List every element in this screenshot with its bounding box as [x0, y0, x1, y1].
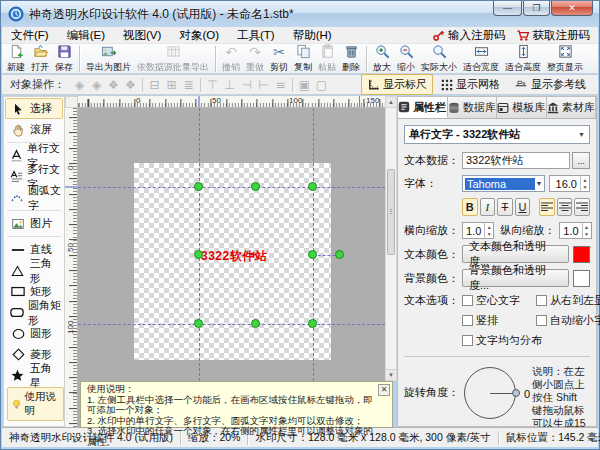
get-register-code-button[interactable]: 获取注册码	[516, 28, 591, 43]
text-color-swatch[interactable]	[573, 246, 590, 263]
browse-button[interactable]: ...	[572, 152, 590, 169]
copy-button[interactable]: 复制	[291, 44, 315, 74]
selection-handle-sw[interactable]	[194, 319, 203, 328]
menu-file[interactable]: 文件(F)	[2, 28, 58, 43]
bg-color-button[interactable]: 背景颜色和透明度...	[462, 269, 569, 287]
checkbox-icon[interactable]	[536, 315, 547, 326]
menu-view[interactable]: 视图(V)	[114, 28, 170, 43]
spinner-arrows-icon[interactable]: ▲▼	[484, 223, 493, 238]
selection-handle-se[interactable]	[308, 319, 317, 328]
new-button[interactable]: 新建	[4, 44, 28, 74]
hscale-spinner[interactable]: 1.0 ▲▼	[462, 222, 494, 239]
selection-handle-nw[interactable]	[194, 182, 203, 191]
show-ruler-toggle[interactable]: 显示标尺	[361, 74, 433, 95]
group-icon: ▣	[296, 78, 313, 92]
text-data-input[interactable]: 3322软件站	[462, 152, 570, 169]
tab-properties[interactable]: 属性栏	[398, 97, 448, 118]
spinner-arrows-icon[interactable]: ▲▼	[582, 223, 591, 238]
tool-image[interactable]: 图片	[5, 213, 63, 234]
templates-icon	[497, 102, 509, 114]
help-close-button[interactable]: ✕	[378, 384, 390, 396]
usage-help-button[interactable]: 使用说明	[7, 387, 64, 421]
selection-handle-s[interactable]	[251, 319, 260, 328]
underline-button[interactable]: U	[515, 198, 531, 216]
selection-handle-w[interactable]	[194, 250, 203, 259]
spinner-arrows-icon[interactable]: ▲▼	[580, 176, 589, 191]
object-selector-dropdown[interactable]: 单行文字 - 3322软件站 ▼	[404, 125, 590, 144]
rotation-handle[interactable]	[335, 250, 344, 259]
tool-rounded-rectangle[interactable]: 圆角矩形	[5, 302, 63, 323]
minimize-button[interactable]: —	[493, 1, 522, 16]
tool-arc-text[interactable]: 圆弧文字	[5, 187, 63, 208]
option-even-distribute[interactable]: 文字均匀分布	[462, 333, 536, 348]
checkbox-icon[interactable]	[462, 335, 473, 346]
tab-templates[interactable]: 模板库	[497, 97, 547, 118]
selection-handle-n[interactable]	[251, 182, 260, 191]
menu-object[interactable]: 对象(O)	[170, 28, 228, 43]
selection-handle-ne[interactable]	[308, 182, 317, 191]
canvas[interactable]: 3322软件站 +	[78, 108, 385, 427]
fit-height-button[interactable]: 适合高度	[502, 44, 544, 74]
open-button[interactable]: 打开	[28, 44, 52, 74]
align-middle-icon: ⊥	[221, 78, 238, 92]
checkbox-icon[interactable]	[462, 315, 473, 326]
menu-tools[interactable]: 工具(T)	[228, 28, 284, 43]
actual-size-icon	[421, 44, 457, 60]
delete-button[interactable]: 删除	[339, 44, 363, 74]
database-icon	[448, 102, 460, 114]
full-page-icon	[547, 44, 583, 60]
fit-width-button[interactable]: 适合宽度	[460, 44, 502, 74]
text-color-button[interactable]: 文本颜色和透明度...	[462, 245, 569, 263]
show-guides-toggle[interactable]: 显示参考线	[508, 74, 592, 95]
italic-button[interactable]: I	[480, 198, 496, 216]
watermark-text[interactable]: 3322软件站	[201, 248, 267, 265]
scroll-down-arrow[interactable]: ▼	[386, 369, 396, 380]
font-style-buttons: B I T U	[462, 198, 590, 216]
rotation-dial-handle[interactable]	[512, 389, 520, 397]
scroll-up-arrow[interactable]: ▲	[386, 97, 396, 108]
zoom-out-button[interactable]: 缩小	[394, 44, 418, 74]
title-bar[interactable]: 神奇透明水印设计软件 4.0 (试用版) - 未命名1.stb* — ❐ ✕	[1, 1, 599, 27]
scrollbar-thumb[interactable]	[387, 169, 395, 255]
actual-size-button[interactable]: 实际大小	[418, 44, 460, 74]
enter-register-code-button[interactable]: 输入注册码	[432, 28, 506, 43]
selection-handle-e[interactable]	[308, 250, 317, 259]
single-text-icon	[10, 149, 23, 162]
export-image-button[interactable]: 导出为图片	[83, 44, 134, 74]
option-vertical-text[interactable]: 竖排	[462, 313, 536, 328]
bold-button[interactable]: B	[462, 198, 478, 216]
maximize-button[interactable]: ❐	[523, 1, 550, 16]
zoom-in-button[interactable]: 放大	[370, 44, 394, 74]
font-dropdown[interactable]: Tahoma ▼	[462, 175, 545, 192]
font-size-spinner[interactable]: 16.0 ▲▼	[549, 175, 590, 192]
close-button[interactable]: ✕	[551, 1, 593, 16]
ruler-corner	[65, 96, 78, 108]
canvas-vertical-scrollbar[interactable]: ▲ ▼	[385, 96, 397, 381]
cut-button[interactable]: ✂ 剪切	[267, 44, 291, 74]
checkbox-icon[interactable]	[536, 295, 547, 306]
tool-select[interactable]: 选择	[5, 98, 63, 119]
tool-pan[interactable]: 滚屏	[5, 119, 63, 140]
rotation-dial[interactable]: 0	[462, 365, 532, 423]
align-right-button[interactable]	[574, 198, 590, 216]
option-auto-shrink[interactable]: 自动缩小字体	[536, 313, 600, 328]
align-center-button[interactable]	[557, 198, 573, 216]
full-page-button[interactable]: 整页显示	[544, 44, 586, 74]
option-right-to-left[interactable]: 从右到左显示	[536, 293, 600, 308]
tool-triangle[interactable]: 三角形	[5, 260, 63, 281]
menu-help[interactable]: 帮助(H)	[284, 28, 341, 43]
menu-edit[interactable]: 编辑(E)	[58, 28, 114, 43]
strikethrough-button[interactable]: T	[497, 198, 513, 216]
vscale-spinner[interactable]: 1.0 ▲▼	[559, 222, 591, 239]
tool-star[interactable]: 五角星	[5, 365, 63, 386]
checkbox-icon[interactable]	[462, 295, 473, 306]
option-hollow-text[interactable]: 空心文字	[462, 293, 536, 308]
bg-color-swatch[interactable]	[573, 270, 590, 287]
show-grid-toggle[interactable]: 显示网格	[435, 74, 506, 95]
align-left-button[interactable]	[539, 198, 555, 216]
panel-tabs: 属性栏 数据库 模板库 素材库	[398, 97, 596, 119]
bg-color-label: 背景颜色：	[404, 271, 462, 286]
tab-materials[interactable]: 素材库	[547, 97, 597, 118]
save-button[interactable]: 保存	[52, 44, 76, 74]
tab-database[interactable]: 数据库	[448, 97, 498, 118]
